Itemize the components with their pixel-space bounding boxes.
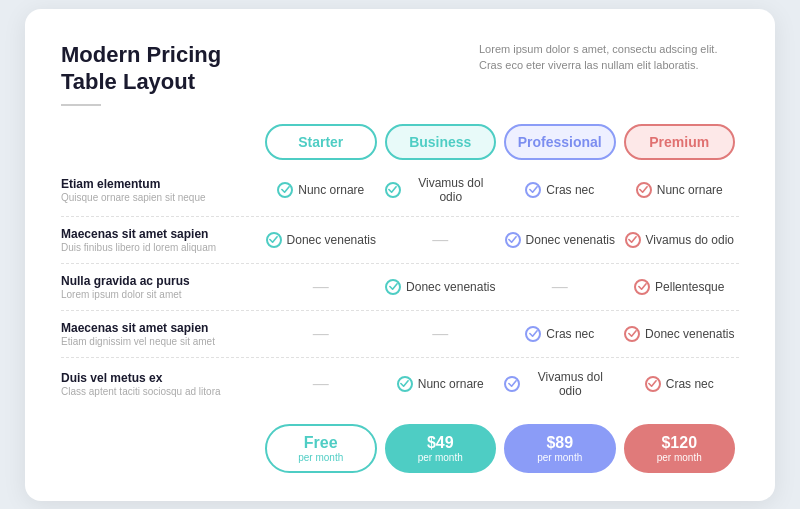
- cell-text: Donec venenatis: [526, 233, 615, 247]
- cell-4-1: Nunc ornare: [381, 374, 501, 394]
- row-title: Nulla gravida ac purus: [61, 274, 261, 288]
- cell-check: Donec venenatis: [624, 326, 736, 342]
- price-business[interactable]: $49 per month: [385, 424, 497, 473]
- cell-check: Cras nec: [504, 182, 616, 198]
- check-icon: [636, 182, 652, 198]
- cell-1-0: Donec venenatis: [261, 230, 381, 250]
- row-title: Etiam elementum: [61, 177, 261, 191]
- row-title: Maecenas sit amet sapien: [61, 227, 261, 241]
- col-header-business[interactable]: Business: [385, 124, 497, 160]
- header-empty: [61, 124, 261, 160]
- row-title: Duis vel metus ex: [61, 371, 261, 385]
- cell-check: Nunc ornare: [385, 376, 497, 392]
- check-icon: [505, 232, 521, 248]
- check-icon: [385, 279, 401, 295]
- row-label: Etiam elementumQuisque ornare sapien sit…: [61, 177, 261, 203]
- cell-text: Nunc ornare: [657, 183, 723, 197]
- row-sub: Etiam dignissim vel neque sit amet: [61, 336, 261, 347]
- col-header-starter[interactable]: Starter: [265, 124, 377, 160]
- title-block: Modern Pricing Table Layout: [61, 41, 221, 106]
- cell-check: Vivamus dol odio: [385, 176, 497, 204]
- check-icon: [634, 279, 650, 295]
- cell-check: Donec venenatis: [265, 232, 377, 248]
- cell-4-2: Vivamus dol odio: [500, 368, 620, 400]
- pricing-table: Starter Business Professional Premium Et…: [61, 124, 739, 473]
- subtitle: Lorem ipsum dolor s amet, consectu adsci…: [479, 41, 739, 74]
- cell-text: Donec venenatis: [287, 233, 376, 247]
- table-row: Maecenas sit amet sapienEtiam dignissim …: [61, 311, 739, 358]
- cell-text: Donec venenatis: [406, 280, 495, 294]
- cell-text: Cras nec: [546, 183, 594, 197]
- cell-check: Nunc ornare: [265, 182, 377, 198]
- row-title: Maecenas sit amet sapien: [61, 321, 261, 335]
- check-icon: [504, 376, 520, 392]
- check-icon: [525, 182, 541, 198]
- row-sub: Lorem ipsum dolor sit amet: [61, 289, 261, 300]
- cell-check: Vivamus dol odio: [504, 370, 616, 398]
- footer-empty: [61, 424, 261, 473]
- cell-2-2: —: [500, 276, 620, 298]
- price-amount-premium: $120: [636, 434, 724, 452]
- price-per-starter: per month: [277, 452, 365, 463]
- cell-text: Nunc ornare: [418, 377, 484, 391]
- row-sub: Duis finibus libero id lorem aliquam: [61, 242, 261, 253]
- cell-1-1: —: [381, 229, 501, 251]
- row-label: Maecenas sit amet sapienDuis finibus lib…: [61, 227, 261, 253]
- table-row: Nulla gravida ac purusLorem ipsum dolor …: [61, 264, 739, 311]
- column-headers: Starter Business Professional Premium: [61, 124, 739, 160]
- cell-text: Nunc ornare: [298, 183, 364, 197]
- check-icon: [525, 326, 541, 342]
- footer-prices: Free per month $49 per month $89 per mon…: [61, 424, 739, 473]
- dash-icon: —: [432, 231, 448, 248]
- check-icon: [277, 182, 293, 198]
- cell-2-3: Pellentesque: [620, 277, 740, 297]
- rows-container: Etiam elementumQuisque ornare sapien sit…: [61, 164, 739, 410]
- price-amount-professional: $89: [516, 434, 604, 452]
- col-header-professional[interactable]: Professional: [504, 124, 616, 160]
- check-icon: [624, 326, 640, 342]
- cell-2-1: Donec venenatis: [381, 277, 501, 297]
- dash-icon: —: [313, 325, 329, 342]
- cell-text: Cras nec: [546, 327, 594, 341]
- check-icon: [397, 376, 413, 392]
- check-icon: [266, 232, 282, 248]
- cell-4-0: —: [261, 373, 381, 395]
- title-divider: [61, 104, 101, 106]
- cell-check: Donec venenatis: [504, 232, 616, 248]
- cell-text: Vivamus do odio: [646, 233, 735, 247]
- cell-3-1: —: [381, 323, 501, 345]
- row-sub: Quisque ornare sapien sit neque: [61, 192, 261, 203]
- cell-text: Donec venenatis: [645, 327, 734, 341]
- price-starter[interactable]: Free per month: [265, 424, 377, 473]
- row-label: Maecenas sit amet sapienEtiam dignissim …: [61, 321, 261, 347]
- price-professional[interactable]: $89 per month: [504, 424, 616, 473]
- cell-1-2: Donec venenatis: [500, 230, 620, 250]
- price-per-premium: per month: [636, 452, 724, 463]
- row-sub: Class aptent taciti sociosqu ad litora: [61, 386, 261, 397]
- top-section: Modern Pricing Table Layout Lorem ipsum …: [61, 41, 739, 106]
- cell-text: Vivamus dol odio: [525, 370, 616, 398]
- price-premium[interactable]: $120 per month: [624, 424, 736, 473]
- cell-check: Cras nec: [504, 326, 616, 342]
- check-icon: [385, 182, 401, 198]
- cell-text: Cras nec: [666, 377, 714, 391]
- cell-4-3: Cras nec: [620, 374, 740, 394]
- cell-check: Cras nec: [624, 376, 736, 392]
- cell-check: Pellentesque: [624, 279, 736, 295]
- cell-0-2: Cras nec: [500, 180, 620, 200]
- cell-0-0: Nunc ornare: [261, 180, 381, 200]
- table-row: Etiam elementumQuisque ornare sapien sit…: [61, 164, 739, 217]
- price-amount-starter: Free: [277, 434, 365, 452]
- row-label: Nulla gravida ac purusLorem ipsum dolor …: [61, 274, 261, 300]
- cell-text: Pellentesque: [655, 280, 724, 294]
- cell-1-3: Vivamus do odio: [620, 230, 740, 250]
- cell-check: Vivamus do odio: [624, 232, 736, 248]
- page-title: Modern Pricing Table Layout: [61, 41, 221, 96]
- row-label: Duis vel metus exClass aptent taciti soc…: [61, 371, 261, 397]
- check-icon: [645, 376, 661, 392]
- table-row: Maecenas sit amet sapienDuis finibus lib…: [61, 217, 739, 264]
- cell-0-1: Vivamus dol odio: [381, 174, 501, 206]
- price-amount-business: $49: [397, 434, 485, 452]
- cell-2-0: —: [261, 276, 381, 298]
- col-header-premium[interactable]: Premium: [624, 124, 736, 160]
